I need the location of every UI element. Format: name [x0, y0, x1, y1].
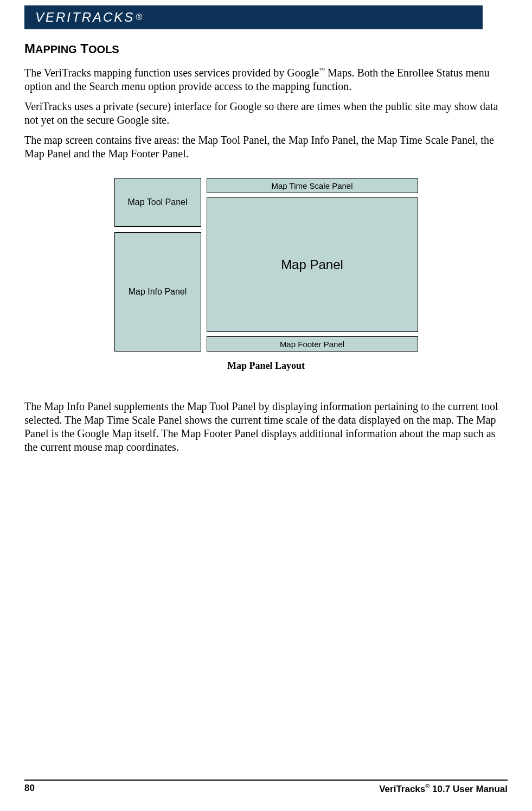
registered-symbol: ®	[136, 12, 144, 22]
document-header-banner: VERITRACKS®	[24, 5, 483, 29]
page-footer: 80 VeriTracks® 10.7 User Manual	[24, 780, 508, 795]
map-time-scale-panel-box: Map Time Scale Panel	[207, 178, 418, 193]
trademark-symbol: ™	[319, 67, 325, 73]
map-info-panel-box: Map Info Panel	[114, 232, 201, 352]
diagram-caption: Map Panel Layout	[114, 360, 418, 372]
diagram-left-column: Map Tool Panel Map Info Panel	[114, 178, 201, 352]
map-tool-panel-box: Map Tool Panel	[114, 178, 201, 227]
brand-name: VERITRACKS	[35, 10, 134, 25]
footer-version: 10.7 User Manual	[430, 784, 508, 794]
section-heading: Mapping Tools	[24, 41, 508, 56]
heading-word2-first: T	[80, 41, 88, 56]
footer-product-label: VeriTracks® 10.7 User Manual	[379, 783, 508, 795]
heading-word2-rest: ools	[88, 43, 119, 55]
paragraph-3: The map screen contains five areas: the …	[24, 133, 508, 161]
diagram-right-column: Map Time Scale Panel Map Panel Map Foote…	[207, 178, 418, 352]
footer-product-name: VeriTracks	[379, 784, 425, 794]
paragraph-4: The Map Info Panel supplements the Map T…	[24, 400, 508, 454]
map-layout-diagram: Map Tool Panel Map Info Panel Map Time S…	[114, 178, 418, 372]
paragraph-2: VeriTracks uses a private (secure) inter…	[24, 100, 508, 127]
heading-word1-rest: apping	[35, 43, 77, 55]
heading-word1-first: M	[24, 41, 35, 56]
page-number: 80	[24, 783, 35, 795]
p1-part-a: The VeriTracks mapping function uses ser…	[24, 67, 319, 79]
map-panel-box: Map Panel	[207, 197, 418, 332]
diagram-grid: Map Tool Panel Map Info Panel Map Time S…	[114, 178, 418, 352]
paragraph-1: The VeriTracks mapping function uses ser…	[24, 66, 508, 93]
map-footer-panel-box: Map Footer Panel	[207, 336, 418, 352]
